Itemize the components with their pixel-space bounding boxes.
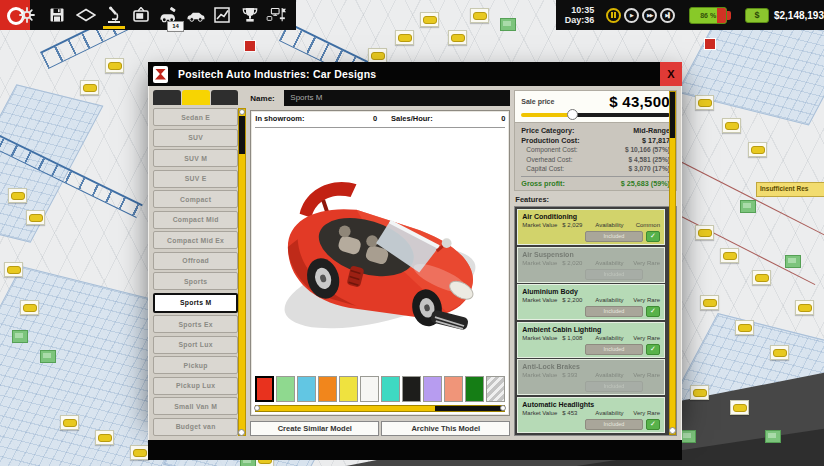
market-value-label: Market Value — [522, 259, 562, 268]
model-list-item[interactable]: Offroad — [153, 252, 238, 270]
features-scrollbar-thumb[interactable] — [670, 92, 675, 138]
scrollbar-thumb[interactable] — [239, 116, 245, 154]
feature-name: Aluminium Body — [522, 287, 660, 296]
model-list-item[interactable]: Small Van M — [153, 397, 238, 415]
color-swatch[interactable] — [255, 376, 274, 402]
create-similar-model-button[interactable]: Create Similar Model — [250, 421, 379, 436]
model-list-item[interactable]: Pickup — [153, 356, 238, 374]
sales-value: 0 — [501, 114, 505, 127]
cost-label: Production Cost: — [521, 136, 579, 146]
included-toggle[interactable]: Included — [585, 381, 643, 392]
marketing-tv-icon[interactable] — [131, 5, 151, 25]
included-toggle[interactable]: Included — [585, 344, 643, 355]
window-icon — [153, 66, 168, 83]
feature-card: Air Suspension Market Value $ 2,020 Avai… — [517, 247, 665, 283]
included-toggle[interactable]: Included — [585, 306, 643, 317]
car-tile — [448, 30, 467, 45]
sale-price-slider[interactable] — [521, 113, 670, 117]
resource-tile — [500, 18, 516, 31]
car-render — [255, 128, 505, 374]
color-swatch[interactable] — [318, 376, 337, 402]
fast-forward-button[interactable]: ▶▶ — [642, 8, 657, 23]
model-name-input[interactable]: Sports M — [284, 90, 510, 106]
market-value: $ 2,029 — [562, 221, 595, 230]
view-diamond-icon[interactable] — [76, 5, 96, 25]
color-swatch[interactable] — [444, 376, 463, 402]
color-swatch[interactable] — [423, 376, 442, 402]
tab[interactable] — [211, 90, 239, 105]
achievements-trophy-icon[interactable] — [240, 5, 260, 25]
color-swatch[interactable] — [339, 376, 358, 402]
tab[interactable] — [153, 90, 181, 105]
color-swatch[interactable] — [381, 376, 400, 402]
cost-row: Capital Cost: $ 3,070 (17%) — [521, 164, 670, 174]
model-list-item[interactable]: SUV — [153, 129, 238, 147]
scrollbar-bottom-knob[interactable] — [238, 429, 245, 436]
model-list-item[interactable]: Sedan E — [153, 108, 238, 126]
availability-value: Very Rare — [633, 259, 660, 268]
availability-label: Availability — [595, 371, 633, 380]
model-list-item[interactable]: SUV M — [153, 149, 238, 167]
color-swatch[interactable] — [465, 376, 484, 402]
slider-handle[interactable] — [567, 109, 578, 120]
market-value-label: Market Value — [522, 296, 562, 305]
model-list-item[interactable]: Budget van — [153, 418, 238, 436]
availability-value: Very Rare — [633, 371, 660, 380]
color-swatch[interactable] — [276, 376, 295, 402]
car-tile — [395, 30, 414, 45]
model-preview-panel: Name: Sports M In showroom: 0 Sales/Hour… — [250, 90, 510, 436]
model-list-item[interactable]: Sports M — [153, 293, 238, 313]
market-value-label: Market Value — [522, 334, 562, 343]
car-tile — [80, 80, 99, 95]
palette-scrollbar[interactable] — [255, 405, 505, 412]
included-toggle[interactable]: Included — [585, 419, 643, 430]
archive-this-model-button[interactable]: Archive This Model — [381, 421, 510, 436]
stats-chart-icon[interactable] — [212, 5, 232, 25]
color-swatch[interactable] — [402, 376, 421, 402]
play-button[interactable]: ▶ — [624, 8, 639, 23]
model-list-item[interactable]: Sports Ex — [153, 315, 238, 333]
save-icon[interactable] — [47, 5, 67, 25]
model-list-item[interactable]: Compact — [153, 190, 238, 208]
included-check-icon[interactable]: ✓ — [646, 306, 660, 317]
model-list-item[interactable]: Compact Mid Ex — [153, 231, 238, 249]
pause-button[interactable] — [606, 8, 621, 23]
color-swatch[interactable] — [297, 376, 316, 402]
included-toggle[interactable]: Included — [585, 231, 643, 242]
features-scrollbar[interactable] — [669, 91, 676, 435]
car-tile — [695, 95, 714, 110]
cost-value: Mid-Range — [633, 126, 670, 136]
color-swatch[interactable] — [360, 376, 379, 402]
scrollbar-right-knob[interactable] — [500, 405, 506, 411]
money-amount: $2,148,193 — [774, 10, 824, 21]
included-toggle[interactable]: Included — [585, 269, 643, 280]
market-value-label: Market Value — [522, 409, 562, 418]
resource-tile — [680, 430, 696, 443]
included-check-icon[interactable]: ✓ — [646, 344, 660, 355]
model-list-item[interactable]: Compact Mid — [153, 211, 238, 229]
car-tile — [60, 415, 79, 430]
feature-card: Anti-Lock Brakes Market Value $ 393 Avai… — [517, 359, 665, 395]
features-scrollbar-knob[interactable] — [669, 427, 676, 434]
resource-tile — [40, 350, 56, 363]
fastest-button[interactable]: ▶▌ — [660, 8, 675, 23]
gear-icon[interactable] — [17, 5, 37, 25]
included-check-icon[interactable]: ✓ — [646, 231, 660, 242]
cost-label: Component Cost: — [521, 145, 577, 155]
model-list-item[interactable]: Sports — [153, 272, 238, 290]
model-list-item[interactable]: SUV E — [153, 170, 238, 188]
scrollbar-top-knob[interactable] — [239, 109, 245, 115]
model-list-item[interactable]: Sport Lux — [153, 336, 238, 354]
feature-card: Air Conditioning Market Value $ 2,029 Av… — [517, 209, 665, 245]
included-check-icon[interactable]: ✓ — [646, 419, 660, 430]
scrollbar-left-knob[interactable] — [254, 405, 260, 411]
car-image — [262, 153, 498, 349]
model-list-scrollbar[interactable] — [238, 108, 246, 436]
screens-flag-icon[interactable] — [266, 5, 292, 25]
car-showroom-icon[interactable] — [186, 5, 206, 25]
research-microscope-icon[interactable] — [104, 5, 124, 25]
close-button[interactable]: X — [660, 62, 682, 86]
tab[interactable] — [182, 90, 210, 105]
custom-color-swatch[interactable] — [486, 376, 505, 402]
model-list-item[interactable]: Pickup Lux — [153, 377, 238, 395]
